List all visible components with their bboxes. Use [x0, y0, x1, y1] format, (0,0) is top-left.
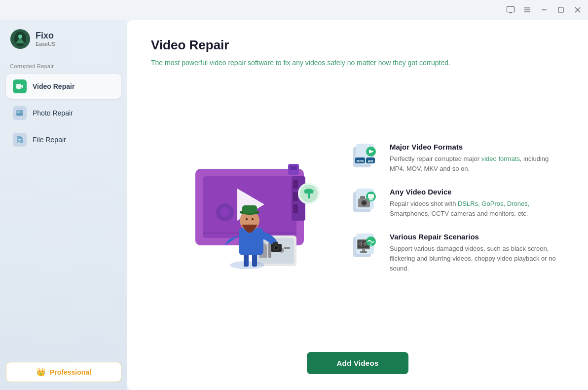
minimize-icon[interactable] — [540, 5, 549, 14]
maximize-icon[interactable] — [556, 5, 565, 14]
svg-rect-32 — [284, 247, 290, 249]
logo-sub: EaseUS — [36, 41, 55, 47]
add-videos-button[interactable]: Add Videos — [307, 352, 408, 374]
illustration-area — [151, 139, 329, 277]
svg-point-34 — [220, 207, 230, 217]
titlebar — [0, 0, 588, 20]
feature-repair-scenarios-text: Various Repair Scenarios Support various… — [390, 233, 564, 273]
feature-major-formats-text: Major Video Formats Perfectly repair cor… — [390, 143, 564, 174]
app-container: Fixo EaseUS Corrupted Repair Video Repai… — [0, 20, 588, 390]
any-device-icon — [352, 188, 381, 216]
svg-point-47 — [246, 218, 248, 220]
major-formats-icon: MP4 AVI — [352, 143, 381, 171]
svg-text:MP4: MP4 — [357, 159, 364, 163]
sidebar-section-label: Corrupted Repair — [0, 59, 127, 72]
svg-rect-0 — [507, 7, 514, 12]
page-title: Video Repair — [151, 38, 564, 53]
svg-rect-43 — [273, 242, 278, 244]
logo-area: Fixo EaseUS — [0, 20, 127, 59]
svg-rect-13 — [16, 84, 21, 89]
svg-point-48 — [252, 218, 254, 220]
svg-rect-25 — [293, 204, 298, 213]
sidebar-item-video-repair[interactable]: Video Repair — [6, 74, 121, 99]
video-repair-icon — [13, 79, 27, 93]
page-subtitle: The most powerful video repair software … — [151, 58, 564, 68]
feature-major-formats-desc: Perfectly repair corrupted major video f… — [390, 154, 564, 174]
feature-any-device-desc: Repair videos shot with DSLRs, GoPros, D… — [390, 199, 564, 219]
svg-point-42 — [275, 246, 278, 249]
sidebar-item-label-video: Video Repair — [33, 82, 74, 90]
sidebar-item-file-repair[interactable]: File Repair — [6, 127, 121, 152]
close-icon[interactable] — [573, 5, 582, 14]
svg-rect-23 — [293, 180, 298, 189]
feature-major-formats-title: Major Video Formats — [390, 143, 564, 151]
feature-repair-scenarios-title: Various Repair Scenarios — [390, 233, 564, 241]
logo-name: Fixo — [36, 31, 55, 41]
feature-major-formats: MP4 AVI Major Video Formats Perfectly re… — [352, 143, 564, 174]
svg-rect-67 — [369, 198, 373, 200]
feature-repair-scenarios: Various Repair Scenarios Support various… — [352, 233, 564, 273]
svg-point-63 — [363, 201, 366, 204]
sidebar-item-label-file: File Repair — [33, 136, 66, 144]
svg-text:AVI: AVI — [368, 159, 373, 163]
features-area: MP4 AVI Major Video Formats Perfectly re… — [352, 143, 564, 274]
main-content: Video Repair The most powerful video rep… — [127, 20, 588, 390]
feature-any-device-text: Any Video Device Repair videos shot with… — [390, 188, 564, 219]
svg-rect-46 — [242, 205, 257, 213]
svg-point-12 — [18, 35, 22, 39]
feature-any-device-title: Any Video Device — [390, 188, 564, 196]
file-repair-icon — [13, 133, 27, 147]
app-logo-icon — [10, 29, 31, 49]
content-area: MP4 AVI Major Video Formats Perfectly re… — [151, 84, 564, 332]
svg-rect-78 — [360, 251, 367, 253]
video-repair-illustration — [156, 139, 324, 277]
svg-rect-64 — [360, 196, 365, 199]
svg-rect-27 — [290, 166, 297, 170]
professional-button[interactable]: 👑 Professional — [6, 362, 121, 382]
svg-rect-7 — [558, 7, 563, 12]
sidebar-item-label-photo: Photo Repair — [33, 109, 73, 117]
sidebar-nav: Video Repair Photo Repair — [0, 72, 127, 354]
menu-icon[interactable] — [523, 5, 532, 14]
pro-button-label: Professional — [50, 368, 91, 376]
display-icon[interactable] — [506, 5, 515, 14]
feature-any-device: Any Video Device Repair videos shot with… — [352, 188, 564, 219]
sidebar-footer: 👑 Professional — [0, 354, 127, 390]
repair-scenarios-icon — [352, 233, 381, 261]
svg-rect-24 — [293, 192, 298, 201]
photo-repair-icon — [13, 106, 27, 120]
svg-point-81 — [370, 245, 371, 246]
svg-rect-66 — [368, 194, 374, 198]
bottom-action-area: Add Videos — [151, 344, 564, 374]
sidebar-item-photo-repair[interactable]: Photo Repair — [6, 101, 121, 125]
crown-icon: 👑 — [36, 367, 46, 377]
window-controls — [506, 5, 582, 14]
sidebar: Fixo EaseUS Corrupted Repair Video Repai… — [0, 20, 127, 390]
svg-rect-14 — [16, 110, 23, 116]
logo-text: Fixo EaseUS — [36, 31, 55, 47]
feature-repair-scenarios-desc: Support various damaged videos, such as … — [390, 244, 564, 273]
